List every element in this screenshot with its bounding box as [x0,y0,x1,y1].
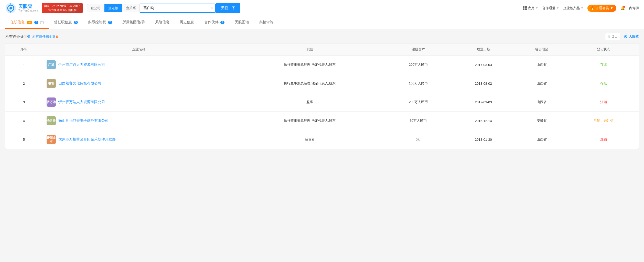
table-row: 2羲客山西羲客文化传媒有限公司执行董事兼总经理,法定代表人,股东100万人民币2… [5,74,639,93]
status-badge: 存续 [600,63,607,67]
logo-cn: 天眼查 [18,4,38,9]
cooperation-arrow-icon: ▼ [556,7,559,9]
company-name-link[interactable]: 山西羲客文化传媒有限公司 [58,81,101,86]
table-header-row: 序号 企业名称 职位 注册资本 成立日期 省份地区 登记状态 [5,43,639,56]
company-name-link[interactable]: 忻州晋万达人力资源有限公司 [58,100,105,104]
tab-partners[interactable]: 合作伙伴 4 [199,16,230,29]
apps-icon [523,6,527,10]
cell-province: 山西省 [515,93,568,112]
table-row: 4怡谷香砀山县怡谷香电子商务有限公司执行董事兼总经理,法定代表人,股东50万人民… [5,112,639,130]
cell-province: 山西省 [515,74,568,93]
nav-enterprise[interactable]: 企业级产品 ▼ [563,6,583,10]
col-company: 企业名称 [42,43,235,56]
notification-bell[interactable]: 🔔 [620,6,625,10]
cell-date: 2013-01-30 [452,130,515,149]
cell-company: 开阳金禾太原市万柏林区开阳金禾软件开发部 [42,130,235,149]
former-companies-link[interactable]: 所有曾任职企业 5 › [32,34,60,39]
flame-icon: 🔥 [591,6,595,10]
company-name-link[interactable]: 砀山县怡谷香电子商务有限公司 [58,118,109,123]
former-count-badge: 5 [74,21,78,24]
cell-province: 山西省 [515,56,568,74]
status-badge: 注销 [600,137,607,141]
nav-right: 应用 ▼ 合作通道 ▼ 企业级产品 ▼ 🔥 开通会员 ▼ 🔔 肖青羽 [523,5,639,12]
search-button[interactable]: 天眼一下 [216,3,240,13]
tab-map[interactable]: 天眼图谱 [230,16,254,29]
cell-capital: 200万人民币 [384,56,452,74]
nav-apps[interactable]: 应用 ▼ [523,6,538,10]
cell-capital: 200万人民币 [384,93,452,112]
current-count: 5 [28,34,30,39]
export-button[interactable]: ⊞ 导出 [605,33,620,40]
company-logo-badge: 开阳金禾 [47,135,56,144]
former-count-link: 5 [56,35,58,39]
col-date: 成立日期 [452,43,515,56]
search-input[interactable] [140,4,208,12]
cell-province: 安徽省 [515,112,568,130]
promo-banner: 国家中小企业发展子基金旗下 官方备案企业征信机构 [42,3,83,13]
tab-group[interactable]: 所属集团/族群 [117,16,150,29]
company-logo-badge: 晋万达 [47,97,56,107]
excel-icon: ⊞ [607,35,610,39]
help-icon[interactable]: ? [40,21,44,24]
cell-capital: 50万人民币 [384,112,452,130]
brand-icon-small [623,34,628,39]
member-arrow-icon: ▼ [610,6,613,10]
search-tab-boss[interactable]: 查老板 [104,4,122,12]
tab-label-control: 实际控制权 [88,20,106,24]
member-button[interactable]: 🔥 开通会员 ▼ [587,5,616,12]
tab-opinion[interactable]: 舆情讨论 [254,16,279,29]
cell-date: 2015-12-14 [452,112,515,130]
nav-cooperation[interactable]: 合作通道 ▼ [542,6,559,10]
cell-index: 2 [5,74,42,93]
col-status: 登记状态 [568,43,639,56]
search-input-wrap: ✕ [140,4,216,13]
cell-company: 广通忻州市广通人力资源有限公司 [42,56,235,74]
cell-capital: 100万人民币 [384,74,452,93]
logo-en: TianYanCha.com [18,9,38,12]
search-tab-company[interactable]: 查公司 [87,4,104,12]
cell-status: 吊销，未注销 [568,112,639,130]
cell-position: 执行董事兼总经理,法定代表人,股东 [235,74,384,93]
tab-label-partners: 合作伙伴 [204,20,219,24]
svg-point-7 [625,36,626,37]
search-tab-relation[interactable]: 查关系 [122,4,140,12]
company-name-link[interactable]: 忻州市广通人力资源有限公司 [58,62,105,67]
company-name-link[interactable]: 太原市万柏林区开阳金禾软件开发部 [58,137,116,142]
svg-point-2 [9,7,12,9]
section-header: 所有任职企业5 所有曾任职企业 5 › ⊞ 导出 天眼查 [5,33,639,40]
cell-index: 3 [5,93,42,112]
cell-company: 羲客山西羲客文化传媒有限公司 [42,74,235,93]
company-logo-badge: 广通 [47,60,56,69]
enterprise-arrow-icon: ▼ [581,7,583,9]
tab-label-current: 任职信息 [10,20,25,24]
cell-date: 2017-03-03 [452,56,515,74]
tab-risk[interactable]: 风险信息 [150,16,175,29]
status-badge: 存续 [600,81,607,85]
col-index: 序号 [5,43,42,56]
sub-nav: 任职信息 VIP 5 ? 曾任职信息 5 实际控制权 2 所属集团/族群 风险信… [0,16,644,29]
notification-dot [623,6,625,8]
tab-control-rights[interactable]: 实际控制权 2 [83,16,117,29]
tab-label-history: 历史信息 [180,20,194,24]
company-logo-badge: 怡谷香 [47,116,56,125]
search-tabs: 查公司 查老板 查关系 [87,4,140,12]
cell-position: 经营者 [235,130,384,149]
cell-index: 5 [5,130,42,149]
status-badge: 吊销，未注销 [594,119,614,123]
header: 天眼查 TianYanCha.com 国家中小企业发展子基金旗下 官方备案企业征… [0,0,644,16]
table-row: 1广通忻州市广通人力资源有限公司执行董事兼总经理,法定代表人,股东200万人民币… [5,56,639,74]
cell-company: 晋万达忻州晋万达人力资源有限公司 [42,93,235,112]
search-clear-icon[interactable]: ✕ [208,6,215,10]
logo: 天眼查 TianYanCha.com [5,3,38,14]
tab-current-positions[interactable]: 任职信息 VIP 5 ? [5,16,49,29]
tab-former-positions[interactable]: 曾任职信息 5 [49,16,83,29]
tab-label-risk: 风险信息 [155,20,169,24]
control-count-badge: 2 [108,21,112,24]
section-main-title: 所有任职企业5 [5,34,30,39]
user-name[interactable]: 肖青羽 [629,6,639,10]
tab-history[interactable]: 历史信息 [175,16,199,29]
company-cell-inner: 广通忻州市广通人力资源有限公司 [47,60,231,69]
partners-count-badge: 4 [220,21,224,24]
tab-label-opinion: 舆情讨论 [259,20,274,24]
company-cell-inner: 开阳金禾太原市万柏林区开阳金禾软件开发部 [47,135,231,144]
